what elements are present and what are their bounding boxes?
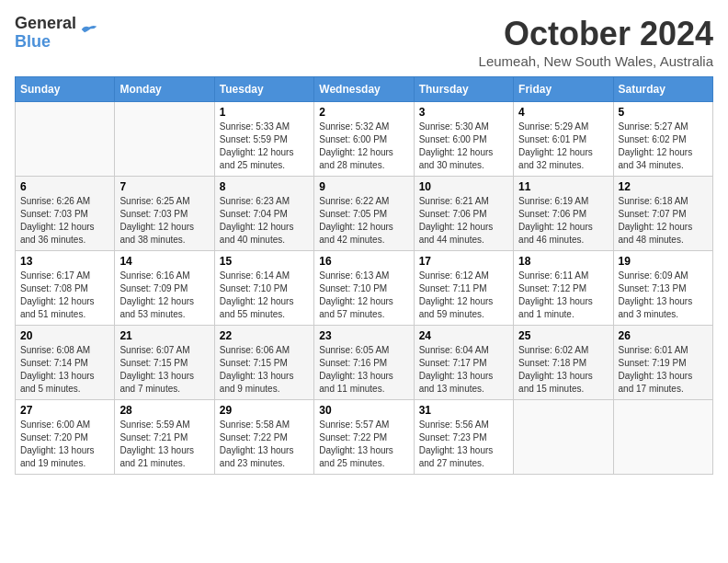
calendar-cell: 15Sunrise: 6:14 AM Sunset: 7:10 PM Dayli… bbox=[214, 251, 313, 326]
day-info: Sunrise: 6:06 AM Sunset: 7:15 PM Dayligh… bbox=[220, 344, 309, 396]
calendar-week-row: 27Sunrise: 6:00 AM Sunset: 7:20 PM Dayli… bbox=[16, 400, 713, 475]
day-info: Sunrise: 5:58 AM Sunset: 7:22 PM Dayligh… bbox=[220, 419, 309, 470]
day-number: 17 bbox=[419, 255, 508, 268]
day-info: Sunrise: 5:27 AM Sunset: 6:02 PM Dayligh… bbox=[619, 121, 708, 172]
day-info: Sunrise: 5:57 AM Sunset: 7:22 PM Dayligh… bbox=[319, 419, 408, 470]
calendar-cell bbox=[514, 400, 613, 475]
calendar-cell: 3Sunrise: 5:30 AM Sunset: 6:00 PM Daylig… bbox=[414, 102, 513, 177]
calendar-cell: 26Sunrise: 6:01 AM Sunset: 7:19 PM Dayli… bbox=[613, 326, 712, 400]
day-number: 10 bbox=[419, 180, 508, 193]
day-number: 28 bbox=[119, 404, 209, 417]
day-number: 7 bbox=[119, 180, 209, 193]
logo-bird-icon bbox=[80, 23, 98, 36]
day-info: Sunrise: 6:25 AM Sunset: 7:03 PM Dayligh… bbox=[119, 195, 209, 247]
day-number: 13 bbox=[20, 255, 109, 268]
calendar-cell: 16Sunrise: 6:13 AM Sunset: 7:10 PM Dayli… bbox=[314, 251, 414, 326]
weekday-header: Monday bbox=[115, 77, 214, 102]
day-info: Sunrise: 6:14 AM Sunset: 7:10 PM Dayligh… bbox=[220, 270, 309, 321]
day-number: 25 bbox=[518, 329, 608, 342]
calendar-body: 1Sunrise: 5:33 AM Sunset: 5:59 PM Daylig… bbox=[16, 102, 713, 475]
day-info: Sunrise: 6:26 AM Sunset: 7:03 PM Dayligh… bbox=[20, 195, 109, 247]
calendar-cell: 8Sunrise: 6:23 AM Sunset: 7:04 PM Daylig… bbox=[214, 177, 313, 251]
day-number: 21 bbox=[119, 329, 209, 342]
day-number: 2 bbox=[319, 106, 408, 119]
calendar-cell: 30Sunrise: 5:57 AM Sunset: 7:22 PM Dayli… bbox=[314, 400, 414, 475]
day-info: Sunrise: 6:05 AM Sunset: 7:16 PM Dayligh… bbox=[319, 344, 408, 396]
calendar-cell: 2Sunrise: 5:32 AM Sunset: 6:00 PM Daylig… bbox=[314, 102, 414, 177]
day-info: Sunrise: 6:17 AM Sunset: 7:08 PM Dayligh… bbox=[20, 270, 109, 321]
day-info: Sunrise: 6:22 AM Sunset: 7:05 PM Dayligh… bbox=[319, 195, 408, 247]
weekday-row: SundayMondayTuesdayWednesdayThursdayFrid… bbox=[16, 77, 713, 102]
day-info: Sunrise: 6:08 AM Sunset: 7:14 PM Dayligh… bbox=[20, 344, 109, 396]
calendar-week-row: 1Sunrise: 5:33 AM Sunset: 5:59 PM Daylig… bbox=[16, 102, 713, 177]
day-info: Sunrise: 6:11 AM Sunset: 7:12 PM Dayligh… bbox=[518, 270, 608, 321]
day-info: Sunrise: 6:19 AM Sunset: 7:06 PM Dayligh… bbox=[518, 195, 608, 247]
day-info: Sunrise: 6:02 AM Sunset: 7:18 PM Dayligh… bbox=[518, 344, 608, 396]
calendar-cell bbox=[613, 400, 712, 475]
month-title: October 2024 bbox=[479, 15, 713, 53]
day-number: 14 bbox=[119, 255, 209, 268]
day-info: Sunrise: 6:09 AM Sunset: 7:13 PM Dayligh… bbox=[619, 270, 708, 321]
day-number: 27 bbox=[20, 404, 109, 417]
day-number: 9 bbox=[319, 180, 408, 193]
weekday-header: Tuesday bbox=[214, 77, 313, 102]
calendar-header: SundayMondayTuesdayWednesdayThursdayFrid… bbox=[16, 77, 713, 102]
day-info: Sunrise: 5:32 AM Sunset: 6:00 PM Dayligh… bbox=[319, 121, 408, 172]
day-info: Sunrise: 6:18 AM Sunset: 7:07 PM Dayligh… bbox=[619, 195, 708, 247]
day-info: Sunrise: 6:04 AM Sunset: 7:17 PM Dayligh… bbox=[419, 344, 508, 396]
day-number: 5 bbox=[619, 106, 708, 119]
calendar-cell: 21Sunrise: 6:07 AM Sunset: 7:15 PM Dayli… bbox=[115, 326, 214, 400]
calendar-cell: 10Sunrise: 6:21 AM Sunset: 7:06 PM Dayli… bbox=[414, 177, 513, 251]
day-info: Sunrise: 6:12 AM Sunset: 7:11 PM Dayligh… bbox=[419, 270, 508, 321]
location: Leumeah, New South Wales, Australia bbox=[479, 53, 713, 69]
day-number: 30 bbox=[319, 404, 408, 417]
day-number: 23 bbox=[319, 329, 408, 342]
calendar-cell: 31Sunrise: 5:56 AM Sunset: 7:23 PM Dayli… bbox=[414, 400, 513, 475]
calendar-cell: 14Sunrise: 6:16 AM Sunset: 7:09 PM Dayli… bbox=[115, 251, 214, 326]
day-number: 26 bbox=[619, 329, 708, 342]
day-info: Sunrise: 5:29 AM Sunset: 6:01 PM Dayligh… bbox=[518, 121, 608, 172]
calendar-cell: 18Sunrise: 6:11 AM Sunset: 7:12 PM Dayli… bbox=[514, 251, 613, 326]
page-header: GeneralBlue October 2024 Leumeah, New So… bbox=[15, 15, 713, 69]
calendar-cell: 28Sunrise: 5:59 AM Sunset: 7:21 PM Dayli… bbox=[115, 400, 214, 475]
day-info: Sunrise: 5:56 AM Sunset: 7:23 PM Dayligh… bbox=[419, 419, 508, 470]
calendar-cell bbox=[16, 102, 115, 177]
day-number: 31 bbox=[419, 404, 508, 417]
day-info: Sunrise: 5:59 AM Sunset: 7:21 PM Dayligh… bbox=[119, 419, 209, 470]
calendar-cell: 24Sunrise: 6:04 AM Sunset: 7:17 PM Dayli… bbox=[414, 326, 513, 400]
logo: GeneralBlue bbox=[15, 15, 98, 52]
calendar-cell bbox=[115, 102, 214, 177]
calendar-cell: 5Sunrise: 5:27 AM Sunset: 6:02 PM Daylig… bbox=[613, 102, 712, 177]
day-number: 29 bbox=[220, 404, 309, 417]
calendar-table: SundayMondayTuesdayWednesdayThursdayFrid… bbox=[15, 76, 713, 475]
day-info: Sunrise: 6:07 AM Sunset: 7:15 PM Dayligh… bbox=[119, 344, 209, 396]
day-info: Sunrise: 6:01 AM Sunset: 7:19 PM Dayligh… bbox=[619, 344, 708, 396]
calendar-cell: 13Sunrise: 6:17 AM Sunset: 7:08 PM Dayli… bbox=[16, 251, 115, 326]
calendar-week-row: 13Sunrise: 6:17 AM Sunset: 7:08 PM Dayli… bbox=[16, 251, 713, 326]
day-number: 8 bbox=[220, 180, 309, 193]
day-info: Sunrise: 6:00 AM Sunset: 7:20 PM Dayligh… bbox=[20, 419, 109, 470]
weekday-header: Friday bbox=[514, 77, 613, 102]
calendar-cell: 12Sunrise: 6:18 AM Sunset: 7:07 PM Dayli… bbox=[613, 177, 712, 251]
calendar-week-row: 6Sunrise: 6:26 AM Sunset: 7:03 PM Daylig… bbox=[16, 177, 713, 251]
day-number: 20 bbox=[20, 329, 109, 342]
day-info: Sunrise: 6:16 AM Sunset: 7:09 PM Dayligh… bbox=[119, 270, 209, 321]
calendar-cell: 11Sunrise: 6:19 AM Sunset: 7:06 PM Dayli… bbox=[514, 177, 613, 251]
calendar-cell: 23Sunrise: 6:05 AM Sunset: 7:16 PM Dayli… bbox=[314, 326, 414, 400]
day-info: Sunrise: 6:21 AM Sunset: 7:06 PM Dayligh… bbox=[419, 195, 508, 247]
day-info: Sunrise: 5:33 AM Sunset: 5:59 PM Dayligh… bbox=[220, 121, 309, 172]
weekday-header: Wednesday bbox=[314, 77, 414, 102]
day-info: Sunrise: 6:23 AM Sunset: 7:04 PM Dayligh… bbox=[220, 195, 309, 247]
logo-text: GeneralBlue bbox=[15, 15, 76, 52]
logo-blue: Blue bbox=[15, 32, 51, 51]
day-number: 11 bbox=[518, 180, 608, 193]
calendar-cell: 22Sunrise: 6:06 AM Sunset: 7:15 PM Dayli… bbox=[214, 326, 313, 400]
calendar-cell: 19Sunrise: 6:09 AM Sunset: 7:13 PM Dayli… bbox=[613, 251, 712, 326]
day-info: Sunrise: 6:13 AM Sunset: 7:10 PM Dayligh… bbox=[319, 270, 408, 321]
calendar-cell: 1Sunrise: 5:33 AM Sunset: 5:59 PM Daylig… bbox=[214, 102, 313, 177]
day-number: 22 bbox=[220, 329, 309, 342]
calendar-cell: 20Sunrise: 6:08 AM Sunset: 7:14 PM Dayli… bbox=[16, 326, 115, 400]
weekday-header: Saturday bbox=[613, 77, 712, 102]
weekday-header: Sunday bbox=[16, 77, 115, 102]
day-number: 12 bbox=[619, 180, 708, 193]
